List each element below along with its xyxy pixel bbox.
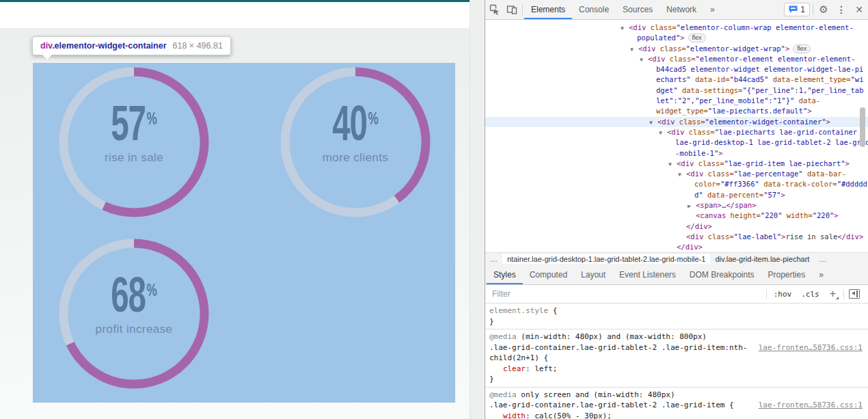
flex-badge[interactable]: flex: [793, 44, 811, 53]
css-rule-line[interactable]: .lae-grid-container.lae-grid-tablet-2 .l…: [489, 342, 864, 353]
close-devtools-icon[interactable]: ✕: [850, 0, 868, 19]
message-bubble-icon: [789, 5, 798, 14]
new-style-rule-icon[interactable]: +: [830, 288, 836, 299]
expand-arrow-right-icon[interactable]: ▶: [688, 201, 696, 211]
tree-scrollbar-thumb[interactable]: [860, 107, 865, 147]
devtools-tab-elements[interactable]: Elements: [524, 0, 572, 19]
screenshot-root: 57%rise in sale 40%more clients 68%profi…: [0, 0, 868, 419]
css-rule-line[interactable]: child(2n+1) {: [489, 353, 864, 364]
css-rule-line[interactable]: @media (min-width: 480px) and (max-width…: [489, 332, 864, 342]
device-toolbar-icon[interactable]: [503, 0, 521, 19]
styles-filter-input[interactable]: [491, 288, 764, 299]
css-rule-line[interactable]: width: calc(50% - 30px);: [489, 411, 864, 419]
dom-tree: ▼<div class="elementor-column-wrap eleme…: [485, 20, 868, 252]
css-rule-line[interactable]: }: [489, 316, 864, 327]
breadcrumb-overflow[interactable]: …: [485, 254, 502, 264]
piechart-profit-increase: 68%profit increase: [59, 239, 209, 389]
dom-tree-line[interactable]: ▼<div class="elementor-column-wrap eleme…: [485, 23, 868, 33]
percent-value: 57%: [84, 103, 183, 154]
inspect-tooltip: div.elementor-widget-container618 × 496.…: [32, 36, 231, 55]
page-top-accent-bar: [0, 0, 470, 2]
expand-arrow-down-icon[interactable]: ▼: [668, 159, 677, 170]
toolbar-separator: [813, 4, 813, 15]
stylesheet-source-link[interactable]: lae-fronten…58736.css:1: [759, 400, 863, 411]
expand-arrow-down-icon[interactable]: ▼: [659, 128, 667, 138]
breadcrumb-item[interactable]: div.lae-grid-item.lae-piechart: [710, 254, 814, 264]
toggle-class-button[interactable]: .cls: [801, 290, 819, 299]
expand-arrow-down-icon[interactable]: ▼: [621, 23, 629, 33]
dom-tree-line[interactable]: lae-grid-desktop-1 lae-grid-tablet-2 lae…: [485, 137, 868, 148]
dom-tree-line[interactable]: ▼<div class="elementor-element elementor…: [485, 54, 868, 64]
devtools-panel: ElementsConsoleSourcesNetwork» 1 ⚙ ⋮ ✕ ▼…: [485, 0, 868, 419]
toggle-sidebar-icon[interactable]: [849, 289, 860, 299]
dom-tree-line[interactable]: echarts" data-id="b44cad5" data-element_…: [485, 75, 868, 85]
tooltip-class: .elementor-widget-container: [52, 41, 166, 51]
message-count: 1: [800, 5, 805, 14]
chart-label: profit increase: [59, 323, 209, 336]
devtools-tab-console[interactable]: Console: [572, 0, 616, 19]
css-rule-line[interactable]: }: [489, 374, 864, 385]
sidebar-tab--[interactable]: »: [812, 265, 830, 284]
percent-value: 40%: [306, 103, 405, 154]
dom-tree-line[interactable]: color="#ff3366" data-track-color="#ddddd: [485, 179, 868, 189]
sidebar-tab-properties[interactable]: Properties: [761, 265, 813, 284]
dom-tree-line[interactable]: -mobile-1">: [485, 148, 868, 159]
sidebar-tab-computed[interactable]: Computed: [523, 265, 574, 284]
css-rule-line[interactable]: clear: left;: [489, 364, 864, 375]
stylesheet-source-link[interactable]: lae-fronten…58736.css:1: [759, 342, 863, 353]
dom-tree-line[interactable]: </div>: [485, 242, 868, 252]
dom-tree-line[interactable]: ▼<div class="lae-piecharts lae-grid-cont…: [485, 127, 868, 137]
piechart-rise-in-sale: 57%rise in sale: [59, 67, 209, 217]
css-rule-line[interactable]: element.style {: [489, 306, 864, 316]
devtools-tab-sources[interactable]: Sources: [616, 0, 660, 19]
dom-tree-line[interactable]: b44cad5 elementor-widget elementor-widge…: [485, 64, 868, 75]
styles-rules-pane: element.style {}@media (min-width: 480px…: [485, 303, 868, 419]
dom-tree-line-selected[interactable]: ▼<div class="elementor-widget-container"…: [485, 117, 868, 127]
devtools-tab-[interactable]: »: [703, 0, 722, 19]
more-options-kebab-icon[interactable]: ⋮: [832, 0, 850, 19]
browser-viewport: 57%rise in sale 40%more clients 68%profi…: [0, 0, 470, 419]
dom-tree-line[interactable]: let":"2","per_line_mobile":"1"}" data-: [485, 96, 868, 106]
css-rule-block: element.style {}: [485, 303, 868, 329]
tooltip-dimensions: 618 × 496.81: [173, 41, 223, 51]
settings-gear-icon[interactable]: ⚙: [815, 0, 832, 19]
dom-tree-line[interactable]: dget" data-settings="{"per_line":1,"per_…: [485, 85, 868, 96]
expand-arrow-down-icon[interactable]: ▼: [649, 118, 657, 128]
dom-tree-line[interactable]: populated">flex: [485, 33, 868, 43]
dom-tree-line[interactable]: ▼<div class="lae-percentage" data-bar-: [485, 169, 868, 179]
toggle-hover-state-button[interactable]: :hov: [774, 290, 792, 299]
css-rule-line[interactable]: @media only screen and (min-width: 480px…: [489, 390, 864, 401]
dom-tree-line[interactable]: ▼<div class="elementor-widget-wrap">flex: [485, 44, 868, 54]
sidebar-tab-dom-breakpoints[interactable]: DOM Breakpoints: [683, 265, 761, 284]
console-message-count-button[interactable]: 1: [784, 3, 810, 16]
element-breadcrumbs: …ntainer.lae-grid-desktop-1.lae-grid-tab…: [485, 252, 868, 265]
percent-sign: %: [146, 280, 157, 300]
devtools-tab-network[interactable]: Network: [660, 0, 703, 19]
percent-value: 68%: [84, 274, 183, 326]
dom-tree-line[interactable]: <div class="lae-label">rise in sale</div…: [485, 232, 868, 242]
dom-tree-line[interactable]: ▶<span>…</span>: [485, 200, 868, 211]
breadcrumb-item[interactable]: ntainer.lae-grid-desktop-1.lae-grid-tabl…: [502, 254, 710, 264]
sidebar-tab-layout[interactable]: Layout: [574, 265, 612, 284]
dom-tree-line[interactable]: ▼<div class="lae-grid-item lae-piechart"…: [485, 159, 868, 169]
css-rule-line[interactable]: .lae-grid-container.lae-grid-tablet-2 .l…: [489, 400, 864, 411]
dom-tree-line[interactable]: d" data-percent="57">: [485, 190, 868, 200]
percent-sign: %: [146, 108, 157, 129]
dom-tree-line[interactable]: widget_type="lae-piecharts.default">: [485, 106, 868, 116]
breadcrumb-overflow[interactable]: …: [814, 254, 831, 264]
flex-badge[interactable]: flex: [688, 33, 706, 42]
dom-tree-line[interactable]: <canvas height="220" width="220">: [485, 211, 868, 221]
expand-arrow-down-icon[interactable]: ▼: [678, 170, 686, 180]
percent-sign: %: [368, 108, 378, 129]
toolbar-separator: [522, 4, 523, 15]
sidebar-tab-event-listeners[interactable]: Event Listeners: [612, 265, 683, 284]
inspect-element-icon[interactable]: [485, 0, 503, 19]
sidebar-tab-styles[interactable]: Styles: [487, 265, 523, 284]
inspect-highlight-overlay: 57%rise in sale 40%more clients 68%profi…: [33, 63, 455, 403]
dom-tree-line[interactable]: </div>: [485, 221, 868, 232]
expand-arrow-down-icon[interactable]: ▼: [640, 55, 648, 65]
expand-arrow-down-icon[interactable]: ▼: [630, 44, 638, 55]
tooltip-tag: div: [40, 41, 52, 51]
devtools-toolbar: ElementsConsoleSourcesNetwork» 1 ⚙ ⋮ ✕: [485, 0, 868, 20]
page-scrollbar-track[interactable]: [470, 0, 486, 419]
